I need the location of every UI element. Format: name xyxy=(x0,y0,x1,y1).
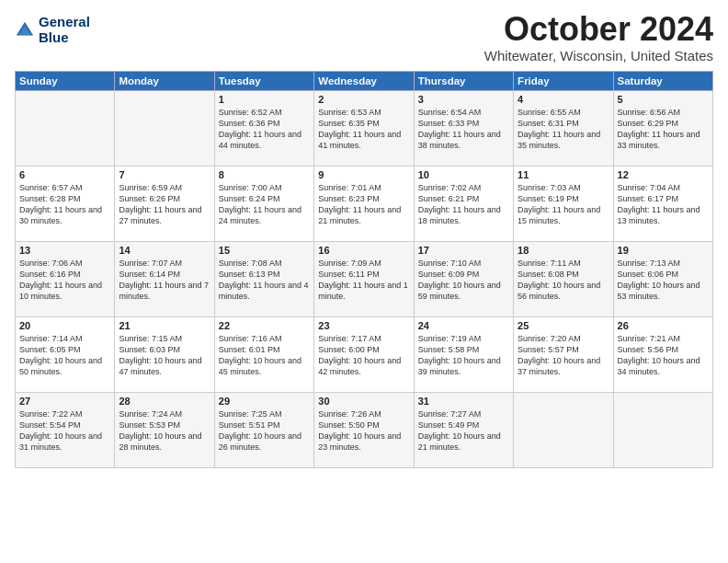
calendar-cell: 26Sunrise: 7:21 AM Sunset: 5:56 PM Dayli… xyxy=(613,316,712,392)
location: Whitewater, Wisconsin, United States xyxy=(484,48,713,63)
calendar-cell: 1Sunrise: 6:52 AM Sunset: 6:36 PM Daylig… xyxy=(214,90,313,166)
header: General Blue October 2024 Whitewater, Wi… xyxy=(15,11,713,63)
day-number: 29 xyxy=(219,396,310,407)
day-number: 5 xyxy=(618,94,709,105)
cell-content: Sunrise: 6:54 AM Sunset: 6:33 PM Dayligh… xyxy=(418,107,509,152)
cell-content: Sunrise: 7:27 AM Sunset: 5:49 PM Dayligh… xyxy=(418,408,509,454)
calendar-cell: 22Sunrise: 7:16 AM Sunset: 6:01 PM Dayli… xyxy=(214,316,313,392)
calendar-cell: 15Sunrise: 7:08 AM Sunset: 6:13 PM Dayli… xyxy=(214,241,313,316)
day-number: 10 xyxy=(418,169,509,180)
cell-content: Sunrise: 7:26 AM Sunset: 5:50 PM Dayligh… xyxy=(318,408,409,454)
cell-content: Sunrise: 6:55 AM Sunset: 6:31 PM Dayligh… xyxy=(518,107,609,152)
weekday-header: Thursday xyxy=(414,71,513,90)
cell-content: Sunrise: 7:11 AM Sunset: 6:08 PM Dayligh… xyxy=(518,258,609,303)
logo-icon xyxy=(15,20,35,40)
weekday-header: Monday xyxy=(115,71,214,90)
calendar-cell: 25Sunrise: 7:20 AM Sunset: 5:57 PM Dayli… xyxy=(514,316,613,392)
calendar-cell: 5Sunrise: 6:56 AM Sunset: 6:29 PM Daylig… xyxy=(613,90,712,166)
calendar-cell: 31Sunrise: 7:27 AM Sunset: 5:49 PM Dayli… xyxy=(414,392,513,467)
calendar-week-row: 20Sunrise: 7:14 AM Sunset: 6:05 PM Dayli… xyxy=(16,316,713,392)
calendar-cell: 9Sunrise: 7:01 AM Sunset: 6:23 PM Daylig… xyxy=(314,166,414,241)
cell-content: Sunrise: 6:57 AM Sunset: 6:28 PM Dayligh… xyxy=(19,182,110,227)
cell-content: Sunrise: 7:02 AM Sunset: 6:21 PM Dayligh… xyxy=(418,182,509,227)
cell-content: Sunrise: 7:06 AM Sunset: 6:16 PM Dayligh… xyxy=(19,258,110,303)
calendar-cell: 8Sunrise: 7:00 AM Sunset: 6:24 PM Daylig… xyxy=(214,166,313,241)
calendar-cell: 20Sunrise: 7:14 AM Sunset: 6:05 PM Dayli… xyxy=(16,316,115,392)
day-number: 25 xyxy=(518,320,609,331)
calendar-cell xyxy=(115,90,214,166)
calendar-cell: 14Sunrise: 7:07 AM Sunset: 6:14 PM Dayli… xyxy=(115,241,214,316)
calendar-cell: 28Sunrise: 7:24 AM Sunset: 5:53 PM Dayli… xyxy=(115,392,214,467)
day-number: 6 xyxy=(19,169,110,180)
cell-content: Sunrise: 7:21 AM Sunset: 5:56 PM Dayligh… xyxy=(618,333,709,378)
weekday-header: Tuesday xyxy=(214,71,313,90)
cell-content: Sunrise: 7:13 AM Sunset: 6:06 PM Dayligh… xyxy=(618,258,709,303)
day-number: 8 xyxy=(219,169,310,180)
cell-content: Sunrise: 7:09 AM Sunset: 6:11 PM Dayligh… xyxy=(318,258,409,303)
calendar-week-row: 27Sunrise: 7:22 AM Sunset: 5:54 PM Dayli… xyxy=(16,392,713,467)
calendar-table: SundayMondayTuesdayWednesdayThursdayFrid… xyxy=(15,71,713,468)
day-number: 20 xyxy=(19,320,110,331)
calendar-cell: 7Sunrise: 6:59 AM Sunset: 6:26 PM Daylig… xyxy=(115,166,214,241)
day-number: 27 xyxy=(19,396,110,407)
day-number: 18 xyxy=(518,245,609,256)
day-number: 30 xyxy=(318,396,409,407)
month-title: October 2024 xyxy=(484,11,713,48)
cell-content: Sunrise: 7:15 AM Sunset: 6:03 PM Dayligh… xyxy=(119,333,210,378)
cell-content: Sunrise: 7:00 AM Sunset: 6:24 PM Dayligh… xyxy=(219,182,310,227)
cell-content: Sunrise: 6:59 AM Sunset: 6:26 PM Dayligh… xyxy=(119,182,210,227)
cell-content: Sunrise: 7:25 AM Sunset: 5:51 PM Dayligh… xyxy=(219,408,310,454)
title-block: October 2024 Whitewater, Wisconsin, Unit… xyxy=(484,11,713,63)
day-number: 2 xyxy=(318,94,409,105)
calendar-cell: 17Sunrise: 7:10 AM Sunset: 6:09 PM Dayli… xyxy=(414,241,513,316)
cell-content: Sunrise: 7:10 AM Sunset: 6:09 PM Dayligh… xyxy=(418,258,509,303)
day-number: 21 xyxy=(119,320,210,331)
calendar-cell: 21Sunrise: 7:15 AM Sunset: 6:03 PM Dayli… xyxy=(115,316,214,392)
day-number: 9 xyxy=(318,169,409,180)
cell-content: Sunrise: 6:56 AM Sunset: 6:29 PM Dayligh… xyxy=(618,107,709,152)
cell-content: Sunrise: 7:17 AM Sunset: 6:00 PM Dayligh… xyxy=(318,333,409,378)
day-number: 16 xyxy=(318,245,409,256)
logo-text: General Blue xyxy=(39,15,90,45)
calendar-cell xyxy=(514,392,613,467)
day-number: 22 xyxy=(219,320,310,331)
day-number: 23 xyxy=(318,320,409,331)
weekday-header: Saturday xyxy=(613,71,712,90)
calendar-cell xyxy=(613,392,712,467)
cell-content: Sunrise: 7:03 AM Sunset: 6:19 PM Dayligh… xyxy=(518,182,609,227)
calendar-cell: 3Sunrise: 6:54 AM Sunset: 6:33 PM Daylig… xyxy=(414,90,513,166)
calendar-cell: 27Sunrise: 7:22 AM Sunset: 5:54 PM Dayli… xyxy=(16,392,115,467)
calendar-cell: 6Sunrise: 6:57 AM Sunset: 6:28 PM Daylig… xyxy=(16,166,115,241)
day-number: 14 xyxy=(119,245,210,256)
weekday-header: Sunday xyxy=(16,71,115,90)
calendar-cell: 13Sunrise: 7:06 AM Sunset: 6:16 PM Dayli… xyxy=(16,241,115,316)
cell-content: Sunrise: 6:53 AM Sunset: 6:35 PM Dayligh… xyxy=(318,107,409,152)
calendar-cell: 23Sunrise: 7:17 AM Sunset: 6:00 PM Dayli… xyxy=(314,316,414,392)
day-number: 19 xyxy=(618,245,709,256)
calendar-cell: 11Sunrise: 7:03 AM Sunset: 6:19 PM Dayli… xyxy=(514,166,613,241)
calendar-cell: 30Sunrise: 7:26 AM Sunset: 5:50 PM Dayli… xyxy=(314,392,414,467)
cell-content: Sunrise: 7:14 AM Sunset: 6:05 PM Dayligh… xyxy=(19,333,110,378)
weekday-header: Wednesday xyxy=(314,71,414,90)
calendar-cell: 29Sunrise: 7:25 AM Sunset: 5:51 PM Dayli… xyxy=(214,392,313,467)
calendar-week-row: 1Sunrise: 6:52 AM Sunset: 6:36 PM Daylig… xyxy=(16,90,713,166)
day-number: 3 xyxy=(418,94,509,105)
day-number: 17 xyxy=(418,245,509,256)
calendar-cell: 4Sunrise: 6:55 AM Sunset: 6:31 PM Daylig… xyxy=(514,90,613,166)
calendar-week-row: 13Sunrise: 7:06 AM Sunset: 6:16 PM Dayli… xyxy=(16,241,713,316)
day-number: 11 xyxy=(518,169,609,180)
calendar-cell: 16Sunrise: 7:09 AM Sunset: 6:11 PM Dayli… xyxy=(314,241,414,316)
cell-content: Sunrise: 7:19 AM Sunset: 5:58 PM Dayligh… xyxy=(418,333,509,378)
cell-content: Sunrise: 7:24 AM Sunset: 5:53 PM Dayligh… xyxy=(119,408,210,454)
cell-content: Sunrise: 7:07 AM Sunset: 6:14 PM Dayligh… xyxy=(119,258,210,303)
day-number: 15 xyxy=(219,245,310,256)
calendar-cell: 24Sunrise: 7:19 AM Sunset: 5:58 PM Dayli… xyxy=(414,316,513,392)
day-number: 4 xyxy=(518,94,609,105)
calendar-week-row: 6Sunrise: 6:57 AM Sunset: 6:28 PM Daylig… xyxy=(16,166,713,241)
cell-content: Sunrise: 7:20 AM Sunset: 5:57 PM Dayligh… xyxy=(518,333,609,378)
calendar-cell: 19Sunrise: 7:13 AM Sunset: 6:06 PM Dayli… xyxy=(613,241,712,316)
calendar-cell: 2Sunrise: 6:53 AM Sunset: 6:35 PM Daylig… xyxy=(314,90,414,166)
cell-content: Sunrise: 7:04 AM Sunset: 6:17 PM Dayligh… xyxy=(618,182,709,227)
cell-content: Sunrise: 6:52 AM Sunset: 6:36 PM Dayligh… xyxy=(219,107,310,152)
calendar-cell: 18Sunrise: 7:11 AM Sunset: 6:08 PM Dayli… xyxy=(514,241,613,316)
